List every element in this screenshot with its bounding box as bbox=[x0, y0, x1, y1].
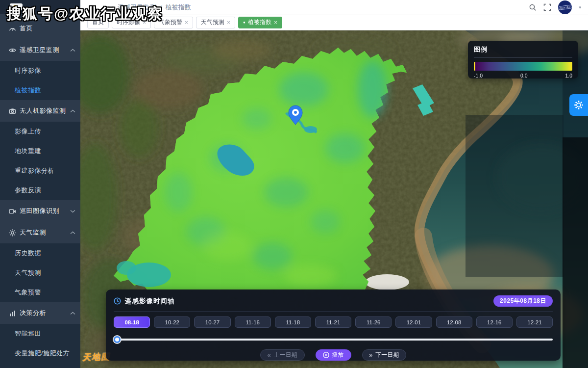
play-label: 播放 bbox=[332, 351, 344, 359]
date-button-12-08[interactable]: 12-08 bbox=[436, 316, 472, 328]
tab-home[interactable]: 首页 bbox=[87, 17, 109, 28]
sidebar-header bbox=[0, 0, 80, 14]
next-date-button[interactable]: »下一日期 bbox=[362, 349, 407, 361]
timeline-date-list: 08-18 10-22 10-27 11-16 11-18 11-21 11-2… bbox=[114, 316, 553, 328]
legend-max-label: 1.0 bbox=[565, 73, 572, 79]
play-button[interactable]: 播放 bbox=[316, 349, 351, 361]
sidebar-item-historical-data[interactable]: 历史数据 bbox=[0, 243, 80, 263]
sidebar-group-label: 无人机影像监测 bbox=[20, 106, 66, 115]
tab-label: 天气预测 bbox=[201, 18, 224, 26]
previous-date-label: 上一日期 bbox=[274, 351, 297, 359]
sidebar-item-label: 影像上传 bbox=[15, 127, 41, 136]
timeline-controls: «上一日期 播放 »下一日期 bbox=[114, 349, 553, 361]
sidebar-item-weather-forecast[interactable]: 天气预测 bbox=[0, 263, 80, 283]
tabs-bar: 首页 时序影像× 气象预警× 天气预测× ●植被指数× bbox=[80, 15, 588, 30]
timeline-divider bbox=[114, 311, 553, 312]
sidebar-group-weather-monitoring[interactable]: 天气监测 bbox=[0, 222, 80, 243]
date-button-08-18[interactable]: 08-18 bbox=[114, 316, 150, 328]
dashboard-icon bbox=[9, 25, 16, 32]
submenu-remote-sensing: 时序影像 植被指数 bbox=[0, 61, 80, 100]
map-dark-strip bbox=[563, 137, 588, 368]
play-icon bbox=[323, 352, 329, 358]
eye-icon bbox=[9, 47, 16, 54]
date-button-12-16[interactable]: 12-16 bbox=[476, 316, 513, 328]
tab-label: 时序影像 bbox=[117, 18, 140, 26]
close-tab-icon[interactable]: × bbox=[274, 20, 277, 26]
previous-date-button[interactable]: «上一日期 bbox=[260, 349, 305, 361]
timeline-panel: 遥感影像时间轴 2025年08月18日 08-18 10-22 10-27 11… bbox=[106, 289, 561, 361]
sidebar-group-label: 遥感卫星监测 bbox=[20, 46, 59, 54]
legend-gradient bbox=[475, 62, 572, 71]
date-button-12-21[interactable]: 12-21 bbox=[516, 316, 553, 328]
breadcrumb-remote-sensing[interactable]: 遥感卫星监测 bbox=[118, 3, 156, 12]
sidebar-item-smart-patrol[interactable]: 智能巡田 bbox=[0, 324, 80, 343]
date-button-12-01[interactable]: 12-01 bbox=[395, 316, 432, 328]
date-button-11-26[interactable]: 11-26 bbox=[355, 316, 392, 328]
tab-weather-forecast[interactable]: 天气预测× bbox=[196, 17, 235, 28]
timeline-title: 遥感影像时间轴 bbox=[125, 297, 175, 306]
sidebar-item-time-series[interactable]: 时序影像 bbox=[0, 61, 80, 80]
fullscreen-icon[interactable] bbox=[543, 3, 551, 11]
legend-panel: 图例 -1.0 0.0 1.0 bbox=[468, 41, 578, 79]
sidebar-group-label: 天气监测 bbox=[20, 228, 46, 237]
submenu-weather-monitoring: 历史数据 天气预测 气象预警 bbox=[0, 243, 80, 302]
sidebar-item-label: 变量施肥/施肥处方 bbox=[15, 349, 70, 358]
search-icon[interactable] bbox=[529, 3, 537, 11]
timeline-slider-handle[interactable] bbox=[114, 336, 121, 343]
sidebar-item-label: 首页 bbox=[20, 24, 33, 33]
double-left-arrow-icon: « bbox=[268, 352, 271, 359]
sidebar-group-label: 巡田图像识别 bbox=[20, 207, 59, 215]
sidebar-item-home[interactable]: 首页 bbox=[0, 18, 80, 39]
sidebar-item-parameter-inversion[interactable]: 参数反演 bbox=[0, 181, 80, 200]
sidebar-item-weather-alert[interactable]: 气象预警 bbox=[0, 283, 80, 302]
tab-time-series[interactable]: 时序影像× bbox=[112, 17, 151, 28]
sidebar-item-plot-reconstruction[interactable]: 地块重建 bbox=[0, 141, 80, 161]
tab-label: 气象预警 bbox=[159, 18, 182, 26]
sidebar-menu: 首页 遥感卫星监测 时序影像 植被指数 无人机影像监测 影像上传 地块重建 重建… bbox=[0, 14, 80, 368]
submenu-decision-analysis: 智能巡田 变量施肥/施肥处方 飞防天气日历 bbox=[0, 324, 80, 368]
date-button-10-22[interactable]: 10-22 bbox=[154, 316, 190, 328]
date-button-10-27[interactable]: 10-27 bbox=[194, 316, 230, 328]
legend-min-label: -1.0 bbox=[474, 73, 483, 79]
sidebar-group-decision-analysis[interactable]: 决策分析 bbox=[0, 302, 80, 324]
legend-divider bbox=[474, 57, 572, 58]
sidebar-item-reconstruction-analysis[interactable]: 重建影像分析 bbox=[0, 161, 80, 181]
sidebar-item-label: 植被指数 bbox=[15, 86, 41, 95]
avatar-dropdown-icon[interactable]: ▾ bbox=[579, 5, 581, 10]
timeline-slider-track[interactable] bbox=[114, 339, 553, 341]
sidebar-group-field-image-recognition[interactable]: 巡田图像识别 bbox=[0, 200, 80, 222]
sidebar-group-drone-imaging[interactable]: 无人机影像监测 bbox=[0, 100, 80, 122]
legend-gradient-bar bbox=[474, 62, 572, 71]
sidebar: 首页 遥感卫星监测 时序影像 植被指数 无人机影像监测 影像上传 地块重建 重建… bbox=[0, 0, 80, 368]
date-button-11-21[interactable]: 11-21 bbox=[315, 316, 351, 328]
date-button-11-16[interactable]: 11-16 bbox=[235, 316, 271, 328]
date-button-11-18[interactable]: 11-18 bbox=[275, 316, 311, 328]
chevron-down-icon bbox=[70, 210, 75, 213]
timeline-slider[interactable] bbox=[114, 336, 553, 343]
sun-icon bbox=[9, 229, 16, 237]
submenu-drone-imaging: 影像上传 地块重建 重建影像分析 参数反演 bbox=[0, 122, 80, 200]
chevron-up-icon bbox=[70, 49, 75, 52]
clock-icon bbox=[114, 297, 121, 305]
sidebar-group-remote-sensing[interactable]: 遥感卫星监测 bbox=[0, 39, 80, 61]
sidebar-item-label: 智能巡田 bbox=[15, 329, 41, 338]
sidebar-item-image-upload[interactable]: 影像上传 bbox=[0, 122, 80, 141]
map-container: 图例 -1.0 0.0 1.0 遥感影像时间轴 2025年0 bbox=[80, 30, 588, 368]
active-tab-dot: ● bbox=[243, 21, 245, 25]
close-tab-icon[interactable]: × bbox=[227, 20, 230, 26]
close-tab-icon[interactable]: × bbox=[185, 20, 188, 26]
tab-weather-alert[interactable]: 气象预警× bbox=[154, 17, 193, 28]
close-tab-icon[interactable]: × bbox=[143, 20, 146, 26]
bar-chart-icon bbox=[9, 310, 16, 317]
sidebar-item-label: 历史数据 bbox=[15, 249, 41, 258]
sidebar-item-variable-fertilization[interactable]: 变量施肥/施肥处方 bbox=[0, 343, 80, 363]
sidebar-item-spray-weather-calendar[interactable]: 飞防天气日历 bbox=[0, 363, 80, 368]
sidebar-item-label: 气象预警 bbox=[15, 288, 41, 297]
avatar[interactable]: DAXIAO bbox=[558, 0, 572, 14]
breadcrumb-vegetation-index: 植被指数 bbox=[166, 3, 191, 12]
sidebar-item-vegetation-index[interactable]: 植被指数 bbox=[0, 80, 80, 100]
legend-mid-label: 0.0 bbox=[520, 73, 528, 79]
settings-button[interactable] bbox=[569, 94, 588, 116]
sidebar-item-label: 天气预测 bbox=[15, 268, 41, 277]
tab-vegetation-index[interactable]: ●植被指数× bbox=[238, 17, 282, 28]
